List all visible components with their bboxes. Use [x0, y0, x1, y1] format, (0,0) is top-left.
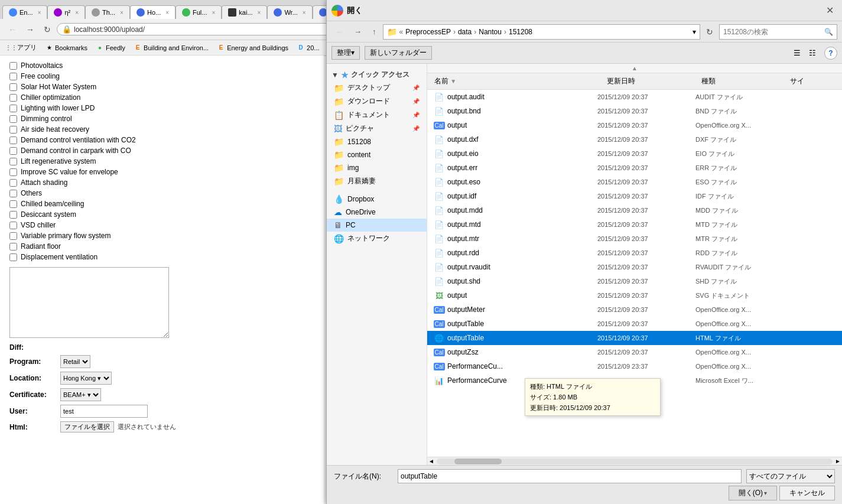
bookmark-energy[interactable]: E Energy and Buildings — [214, 43, 291, 53]
sidebar-item-dropbox[interactable]: 💧 Dropbox — [327, 193, 427, 206]
list-item-dimming[interactable]: Dimming control — [9, 113, 314, 124]
tab-close-6[interactable]: × — [303, 9, 306, 16]
col-header-name[interactable]: 名前 ▼ — [432, 76, 607, 86]
list-item-chilled-beam[interactable]: Chilled beam/ceiling — [9, 199, 314, 209]
dialog-refresh-button[interactable]: ↻ — [703, 25, 717, 38]
file-row-15[interactable]: Cal outputMeter 2015/12/09 20:37 OpenOff… — [427, 303, 842, 317]
tab-close-0[interactable]: × — [38, 9, 41, 16]
scroll-up-indicator[interactable]: ▲ — [427, 64, 842, 73]
scroll-left-button[interactable]: ◄ — [427, 458, 435, 464]
list-item-vsd-chiller[interactable]: VSD chiller — [9, 220, 314, 230]
list-item-others[interactable]: Others — [9, 188, 314, 199]
bookmark-building[interactable]: E Building and Environ... — [131, 43, 211, 53]
sidebar-item-network[interactable]: 🌐 ネットワーク — [327, 232, 427, 245]
sidebar-item-151208[interactable]: 📁 151208 — [327, 135, 427, 148]
bookmark-bookmarks[interactable]: ★ Bookmarks — [43, 43, 90, 53]
col-header-size[interactable]: サイ — [790, 76, 837, 86]
tab-close-4[interactable]: × — [212, 9, 215, 16]
list-item-free-cooling[interactable]: Free cooling — [9, 71, 314, 82]
checkbox-sc-value[interactable] — [9, 168, 17, 176]
checkbox-air-heat[interactable] — [9, 126, 17, 134]
checkbox-radiant-floor[interactable] — [9, 243, 17, 251]
browser-tab-6[interactable]: Wr... × — [267, 5, 312, 19]
sidebar-item-pictures[interactable]: 🖼 ピクチャ 📌 — [327, 122, 427, 135]
breadcrumb-data[interactable]: data — [458, 28, 472, 36]
bookmark-feedly[interactable]: ● Feedly — [93, 43, 128, 53]
list-item-sc-value[interactable]: Improve SC value for envelope — [9, 167, 314, 177]
file-row-4[interactable]: 📄 output.eio 2015/12/09 20:37 EIO ファイル — [427, 147, 842, 161]
sidebar-item-tsukikiyou[interactable]: 📁 月薪嬌妻 — [327, 174, 427, 188]
cancel-button[interactable]: キャンセル — [779, 486, 835, 500]
sidebar-item-onedrive[interactable]: ☁ OneDrive — [327, 206, 427, 219]
file-row-5[interactable]: 📄 output.err 2015/12/09 20:37 ERR ファイル — [427, 161, 842, 175]
file-row-8[interactable]: 📄 output.mdd 2015/12/09 20:37 MDD ファイル — [427, 203, 842, 217]
checkbox-lighting-lpd[interactable] — [9, 105, 17, 112]
breadcrumb-preprocessep[interactable]: PreprocessEP — [405, 28, 451, 36]
bookmark-d[interactable]: D 20... — [294, 43, 321, 53]
checkbox-free-cooling[interactable] — [9, 73, 17, 80]
file-row-3[interactable]: 📄 output.dxf 2015/12/09 20:37 DXF ファイル — [427, 132, 842, 147]
dialog-close-button[interactable]: ✕ — [823, 4, 837, 17]
h-scroll-thumb[interactable] — [454, 459, 502, 464]
sidebar-item-downloads[interactable]: 📁 ダウンロード 📌 — [327, 95, 427, 108]
program-select[interactable]: Retail Office Hotel — [60, 355, 90, 368]
filename-input[interactable] — [398, 469, 742, 483]
browser-tab-2[interactable]: Th... × — [85, 5, 130, 19]
col-header-date[interactable]: 更新日時 — [607, 76, 701, 86]
certificate-select[interactable]: BEAM+ ▾ — [60, 388, 101, 401]
checkbox-variable-flow[interactable] — [9, 232, 17, 240]
checkbox-photovoltaics[interactable] — [9, 62, 17, 70]
tab-close-5[interactable]: × — [258, 9, 261, 16]
tab-close-active[interactable]: × — [165, 9, 169, 16]
open-btn-arrow[interactable]: ▾ — [764, 490, 767, 496]
list-item-desiccant[interactable]: Desiccant system — [9, 209, 314, 220]
checkbox-demand-co2[interactable] — [9, 136, 17, 144]
checkbox-chiller-opt[interactable] — [9, 94, 17, 102]
tab-close-2[interactable]: × — [120, 9, 123, 16]
file-row-7[interactable]: 📄 output.idf 2015/12/09 20:37 IDF ファイル — [427, 189, 842, 203]
sidebar-item-documents[interactable]: 📋 ドキュメント 📌 — [327, 108, 427, 122]
sidebar-item-img[interactable]: 📁 img — [327, 161, 427, 174]
view-details-button[interactable]: ☷ — [805, 47, 820, 59]
checkbox-vsd-chiller[interactable] — [9, 222, 17, 229]
browser-tab-0[interactable]: En... × — [2, 5, 47, 19]
list-item-variable-flow[interactable]: Variable primary flow system — [9, 230, 314, 241]
browser-tab-1[interactable]: η² × — [47, 5, 85, 19]
quick-access-header[interactable]: ▼ ★ クイック アクセス — [327, 69, 427, 81]
horizontal-scrollbar[interactable]: ◄ ► — [427, 457, 842, 465]
checkbox-demand-co[interactable] — [9, 147, 17, 155]
search-box[interactable]: 🔍 — [719, 24, 837, 40]
checkbox-dimming[interactable] — [9, 115, 17, 123]
location-select[interactable]: Hong Kong ▾ — [60, 372, 112, 385]
bookmark-apps[interactable]: ⋮⋮ アプリ — [5, 43, 39, 53]
organize-button[interactable]: 整理▾ — [331, 46, 360, 60]
breadcrumb-dropdown[interactable]: ▾ — [693, 28, 696, 36]
dialog-up-button[interactable]: ↑ — [368, 25, 381, 38]
scroll-right-button[interactable]: ► — [834, 458, 842, 464]
file-choose-button[interactable]: ファイルを選択 — [60, 421, 114, 433]
file-row-12[interactable]: 📄 output.rvaudit 2015/12/09 20:37 RVAUDI… — [427, 260, 842, 274]
list-item-radiant-floor[interactable]: Radiant floor — [9, 241, 314, 252]
checkbox-chilled-beam[interactable] — [9, 200, 17, 208]
list-item-demand-co2[interactable]: Demand control ventilation with CO2 — [9, 135, 314, 145]
file-row-0[interactable]: 📄 output.audit 2015/12/09 20:37 AUDIT ファ… — [427, 90, 842, 104]
file-row-16[interactable]: Cal outputTable 2015/12/09 20:37 OpenOff… — [427, 317, 842, 331]
checkbox-desiccant[interactable] — [9, 211, 17, 219]
file-row-18[interactable]: Cal outputZsz 2015/12/09 20:37 OpenOffic… — [427, 345, 842, 359]
checkbox-others[interactable] — [9, 190, 17, 197]
help-button[interactable]: ? — [824, 47, 837, 60]
sidebar-item-content[interactable]: 📁 content — [327, 148, 427, 161]
file-row-2[interactable]: Cal output 2015/12/09 20:37 OpenOffice.o… — [427, 118, 842, 132]
list-item-displacement[interactable]: Displacement ventilation — [9, 252, 314, 262]
new-folder-button[interactable]: 新しいフォルダー — [365, 46, 432, 60]
dialog-back-button[interactable]: ← — [331, 25, 347, 38]
browser-tab-5[interactable]: kai... × — [222, 5, 267, 19]
list-item-solar-hot-water[interactable]: Solar Hot Water System — [9, 82, 314, 92]
file-row-19[interactable]: Cal PerformanceCu... 2015/12/09 23:37 Op… — [427, 359, 842, 373]
file-row-1[interactable]: 📄 output.bnd 2015/12/09 20:37 BND ファイル — [427, 104, 842, 118]
browser-tab-active[interactable]: Ho... × — [130, 5, 175, 19]
col-header-type[interactable]: 種類 — [701, 76, 790, 86]
sidebar-item-pc[interactable]: 🖥 PC — [327, 219, 427, 232]
tab-close-1[interactable]: × — [75, 9, 79, 16]
browser-tab-4[interactable]: Ful... × — [175, 5, 222, 19]
